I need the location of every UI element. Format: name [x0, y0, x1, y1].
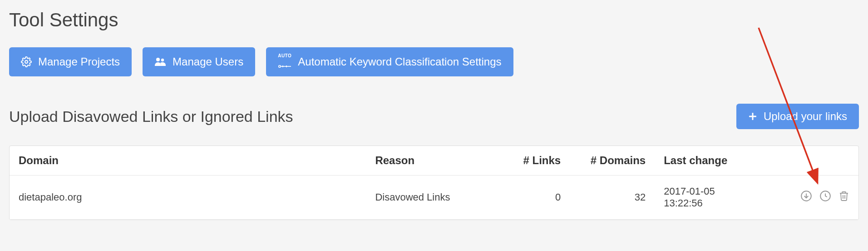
- section-header: Upload Disavowed Links or Ignored Links …: [9, 104, 859, 129]
- cell-domain: dietapaleo.org: [10, 176, 366, 220]
- links-table: Domain Reason # Links # Domains Last cha…: [9, 146, 859, 220]
- table-header-row: Domain Reason # Links # Domains Last cha…: [10, 146, 858, 176]
- download-button[interactable]: [800, 190, 812, 203]
- table-row: dietapaleo.org Disavowed Links 0 32 2017…: [10, 176, 858, 220]
- upload-links-button[interactable]: Upload your links: [736, 104, 859, 129]
- col-header-reason: Reason: [366, 146, 493, 176]
- svg-point-2: [161, 59, 164, 61]
- history-button[interactable]: [819, 190, 831, 203]
- trash-icon: [838, 190, 849, 203]
- svg-rect-8: [749, 116, 756, 117]
- section-title: Upload Disavowed Links or Ignored Links: [9, 108, 293, 126]
- col-header-actions: [765, 146, 858, 176]
- col-header-lastchange: Last change: [655, 146, 765, 176]
- users-icon: [154, 56, 166, 67]
- manage-users-button[interactable]: Manage Users: [143, 47, 255, 76]
- cell-lastchange: 2017-01-05 13:22:56: [655, 176, 765, 220]
- manage-projects-button[interactable]: Manage Projects: [9, 47, 132, 76]
- cell-domains: 32: [570, 176, 655, 220]
- cell-links: 0: [493, 176, 570, 220]
- auto-icon: AUTO: [278, 54, 291, 70]
- svg-point-1: [156, 58, 160, 61]
- toolbar: Manage Projects Manage Users AUTO: [9, 47, 859, 76]
- download-icon: [800, 190, 812, 203]
- cell-reason: Disavowed Links: [366, 176, 493, 220]
- row-actions: [800, 190, 849, 203]
- clock-icon: [819, 190, 831, 203]
- upload-links-label: Upload your links: [764, 110, 847, 123]
- page-title: Tool Settings: [9, 9, 859, 31]
- col-header-domains: # Domains: [570, 146, 655, 176]
- manage-users-label: Manage Users: [173, 55, 243, 68]
- auto-keyword-settings-button[interactable]: AUTO Automatic Keyword Classification Se…: [266, 47, 513, 76]
- auto-keyword-label: Automatic Keyword Classification Setting…: [298, 55, 501, 68]
- svg-point-0: [25, 60, 28, 63]
- svg-point-3: [279, 65, 281, 67]
- manage-projects-label: Manage Projects: [38, 55, 120, 68]
- col-header-links: # Links: [493, 146, 570, 176]
- delete-button[interactable]: [838, 190, 849, 203]
- gear-icon: [21, 56, 32, 67]
- plus-icon: [748, 112, 757, 121]
- col-header-domain: Domain: [10, 146, 366, 176]
